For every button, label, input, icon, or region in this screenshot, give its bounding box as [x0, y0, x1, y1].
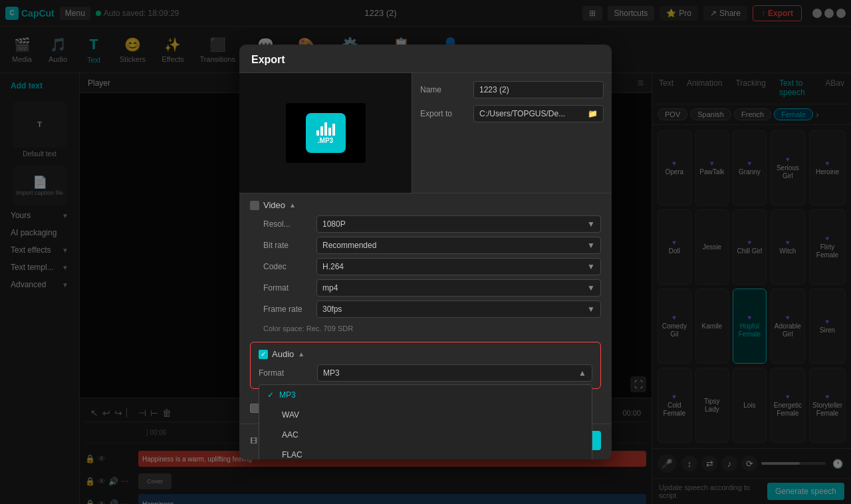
export-to-field-row: Export to C:/Users/TOPGUS/De... 📁 — [420, 105, 604, 122]
audio-format-dropdown: ✓ MP3 WAV AAC FLAC — [259, 384, 592, 459]
video-fields: Resol... 1080P ▼ Bit rate Recommended ▼ … — [250, 215, 601, 335]
codec-row: Codec H.264 ▼ — [263, 258, 601, 275]
format-select[interactable]: mp4 ▼ — [316, 279, 601, 297]
video-section-header[interactable]: Video ▲ — [250, 200, 601, 210]
resolution-arrow: ▼ — [587, 219, 595, 229]
video-chevron-icon: ▲ — [289, 201, 296, 209]
resolution-label: Resol... — [263, 219, 316, 229]
audio-section-inner: ✓ Audio ▲ Format MP3 ▲ ✓ MP3 — [251, 342, 600, 388]
codec-arrow: ▼ — [587, 262, 595, 271]
video-checkbox[interactable] — [250, 201, 259, 210]
export-gif-checkbox[interactable] — [250, 404, 259, 413]
color-space-text: Color space: Rec. 709 SDR — [263, 322, 601, 335]
name-field-value[interactable]: 1223 (2) — [473, 81, 604, 98]
audio-format-row: Format MP3 ▲ ✓ MP3 WAV — [259, 364, 592, 382]
format-row: Format mp4 ▼ — [263, 279, 601, 297]
export-to-value[interactable]: C:/Users/TOPGUS/De... 📁 — [473, 105, 604, 122]
format-mp3-option[interactable]: ✓ MP3 — [259, 385, 592, 405]
format-wav-option[interactable]: WAV — [259, 405, 592, 425]
modal-overlay: Export .MP3 — [0, 0, 851, 504]
bitrate-arrow: ▼ — [587, 241, 595, 250]
format-label: Format — [263, 283, 316, 293]
export-modal-title: Export — [239, 45, 612, 73]
format-aac-option[interactable]: AAC — [259, 425, 592, 445]
name-field-row: Name 1223 (2) — [420, 81, 604, 98]
format-flac-option[interactable]: FLAC — [259, 445, 592, 459]
export-preview-content: .MP3 — [286, 103, 366, 163]
resolution-row: Resol... 1080P ▼ — [263, 215, 601, 233]
export-modal-body: .MP3 Name 1223 (2) Export to C:/Users/TO… — [239, 73, 612, 193]
framerate-row: Frame rate 30fps ▼ — [263, 301, 601, 318]
film-icon: 🎞 — [250, 437, 257, 445]
audio-section-title: Audio — [272, 349, 294, 359]
format-arrow: ▼ — [587, 283, 595, 293]
export-modal: Export .MP3 — [239, 45, 612, 459]
export-fields: Name 1223 (2) Export to C:/Users/TOPGUS/… — [412, 73, 612, 193]
name-field-label: Name — [420, 85, 473, 94]
codec-label: Codec — [263, 262, 316, 271]
audio-format-arrow: ▲ — [578, 368, 586, 378]
folder-icon[interactable]: 📁 — [588, 109, 598, 118]
export-mp3-icon: .MP3 — [306, 113, 346, 153]
bitrate-row: Bit rate Recommended ▼ — [263, 237, 601, 254]
audio-chevron-icon: ▲ — [298, 350, 304, 358]
audio-format-select[interactable]: MP3 ▲ — [317, 364, 592, 382]
codec-select[interactable]: H.264 ▼ — [316, 258, 601, 275]
framerate-arrow: ▼ — [587, 305, 595, 314]
framerate-label: Frame rate — [263, 305, 316, 314]
audio-format-label: Format — [259, 368, 312, 378]
audio-section-header[interactable]: ✓ Audio ▲ — [259, 349, 592, 359]
audio-section: ✓ Audio ▲ Format MP3 ▲ ✓ MP3 — [250, 342, 601, 389]
video-section-title: Video — [263, 200, 285, 210]
audio-checkbox[interactable]: ✓ — [259, 350, 268, 359]
mp3-checkmark: ✓ — [267, 390, 274, 400]
bitrate-label: Bit rate — [263, 241, 316, 250]
export-to-label: Export to — [420, 109, 473, 118]
resolution-select[interactable]: 1080P ▼ — [316, 215, 601, 233]
framerate-select[interactable]: 30fps ▼ — [316, 301, 601, 318]
video-section: Video ▲ Resol... 1080P ▼ Bit rate Recomm… — [239, 193, 612, 342]
bitrate-select[interactable]: Recommended ▼ — [316, 237, 601, 254]
export-preview: .MP3 — [239, 73, 412, 193]
